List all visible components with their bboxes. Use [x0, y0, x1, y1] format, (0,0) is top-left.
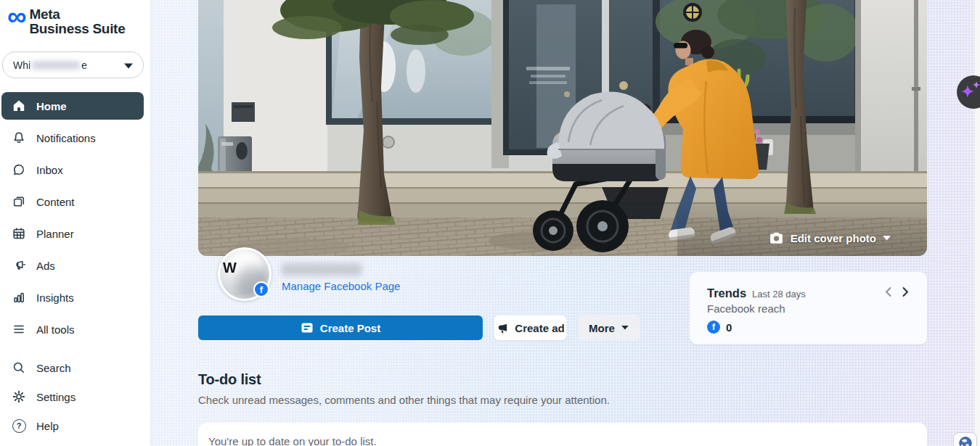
- sidebar-item-search[interactable]: Search: [1, 355, 144, 380]
- page-name-blurred: [282, 263, 362, 276]
- ai-assistant-button[interactable]: [957, 75, 980, 109]
- gear-icon: [11, 389, 27, 405]
- page-avatar[interactable]: W f: [218, 247, 271, 301]
- megaphone-icon: [11, 257, 27, 273]
- sidebar-item-label: Home: [36, 100, 67, 112]
- meta-infinity-icon: ∞: [7, 6, 26, 28]
- sidebar-item-content[interactable]: Content: [1, 188, 144, 215]
- page-selector-text-end: e: [81, 59, 87, 71]
- cover-photo: Edit cover photo: [198, 0, 927, 256]
- content-icon: [11, 194, 27, 210]
- create-post-label: Create Post: [320, 322, 380, 334]
- sidebar-item-insights[interactable]: Insights: [1, 284, 144, 311]
- chevron-down-icon: [621, 326, 629, 330]
- sidebar-item-label: All tools: [36, 323, 75, 336]
- home-icon: [11, 98, 27, 114]
- sidebar-item-label: Notifications: [36, 132, 96, 144]
- chat-icon: [11, 162, 27, 178]
- page-selector-blurred-name: [32, 61, 80, 70]
- chevron-down-icon: [883, 236, 891, 241]
- main-content-background: Edit cover photo W f Manage Facebook Pag…: [150, 0, 974, 446]
- search-icon: [11, 360, 27, 376]
- create-ad-label: Create ad: [515, 322, 564, 334]
- menu-icon: [11, 321, 27, 337]
- bell-icon: [11, 130, 27, 146]
- cover-photo-illustration: [198, 0, 927, 256]
- trends-card: Trends Last 28 days Facebook reach f 0: [690, 272, 927, 344]
- brand-line1: Meta: [29, 7, 125, 22]
- chevron-left-icon: [884, 286, 892, 297]
- more-label: More: [589, 322, 615, 334]
- todo-list-title: To-do list: [198, 371, 261, 388]
- page-selector-text-start: Whi: [13, 59, 30, 71]
- sidebar-item-help[interactable]: ? Help: [1, 413, 144, 438]
- sidebar-item-label: Help: [36, 420, 59, 432]
- help-icon: ?: [11, 418, 27, 434]
- todo-empty-message: You're up to date on your to-do list.: [208, 435, 377, 446]
- sidebar: ∞ Meta Business Suite Whi e Home: [0, 0, 150, 446]
- trends-period: Last 28 days: [752, 289, 806, 300]
- edit-cover-photo-button[interactable]: Edit cover photo: [769, 231, 891, 245]
- trends-next-button[interactable]: [902, 286, 910, 297]
- todo-list-subtitle: Check unread messages, comments and othe…: [198, 394, 610, 406]
- sidebar-item-label: Search: [36, 362, 71, 374]
- trends-metric-label: Facebook reach: [707, 302, 910, 315]
- sidebar-item-ads[interactable]: Ads: [1, 252, 144, 279]
- facebook-icon: f: [707, 321, 720, 334]
- sidebar-nav: Home Notifications Inbox Content: [1, 92, 144, 347]
- sidebar-item-label: Planner: [36, 228, 74, 240]
- facebook-badge-icon: f: [253, 281, 269, 297]
- sidebar-item-settings[interactable]: Settings: [1, 384, 144, 409]
- chevron-down-icon: [124, 59, 133, 72]
- sidebar-item-notifications[interactable]: Notifications: [1, 124, 144, 152]
- sparkles-icon: [957, 75, 980, 109]
- chevron-right-icon: [902, 286, 910, 297]
- page-actions-row: Create Post Create ad More: [198, 315, 640, 340]
- manage-facebook-page-link[interactable]: Manage Facebook Page: [282, 280, 400, 292]
- more-button[interactable]: More: [578, 315, 640, 340]
- sidebar-item-all-tools[interactable]: All tools: [1, 315, 144, 343]
- sidebar-footer-nav: Search Settings ? Help: [1, 355, 144, 442]
- calendar-icon: [11, 226, 27, 241]
- sidebar-item-label: Ads: [36, 260, 55, 272]
- meta-business-suite-logo: ∞ Meta Business Suite: [7, 6, 125, 36]
- trends-prev-button[interactable]: [884, 286, 892, 297]
- trends-title: Trends: [707, 286, 746, 300]
- language-globe-button[interactable]: [953, 432, 977, 446]
- home-content-column: Edit cover photo W f Manage Facebook Pag…: [198, 0, 927, 446]
- sidebar-item-label: Insights: [36, 292, 74, 304]
- sidebar-item-inbox[interactable]: Inbox: [1, 156, 144, 183]
- meta-business-suite-app: Edit cover photo W f Manage Facebook Pag…: [0, 0, 980, 446]
- todo-list-card: You're up to date on your to-do list.: [198, 423, 927, 446]
- page-selector-dropdown[interactable]: Whi e: [2, 51, 144, 78]
- scrollbar-track[interactable]: [974, 0, 980, 446]
- post-icon: [301, 321, 314, 334]
- megaphone-icon: [496, 322, 508, 334]
- sidebar-item-label: Settings: [36, 391, 75, 403]
- create-ad-button[interactable]: Create ad: [494, 315, 566, 340]
- bar-chart-icon: [11, 289, 27, 305]
- facebook-reach-value: 0: [726, 321, 732, 334]
- edit-cover-photo-label: Edit cover photo: [791, 232, 876, 244]
- page-avatar-letter: W: [223, 260, 237, 276]
- brand-line2: Business Suite: [29, 22, 125, 36]
- globe-icon: [958, 436, 973, 446]
- sidebar-item-home[interactable]: Home: [1, 92, 144, 120]
- sidebar-item-label: Inbox: [36, 164, 63, 176]
- camera-icon: [769, 231, 784, 245]
- sidebar-item-planner[interactable]: Planner: [1, 220, 144, 247]
- sidebar-item-label: Content: [36, 196, 75, 208]
- create-post-button[interactable]: Create Post: [198, 315, 483, 340]
